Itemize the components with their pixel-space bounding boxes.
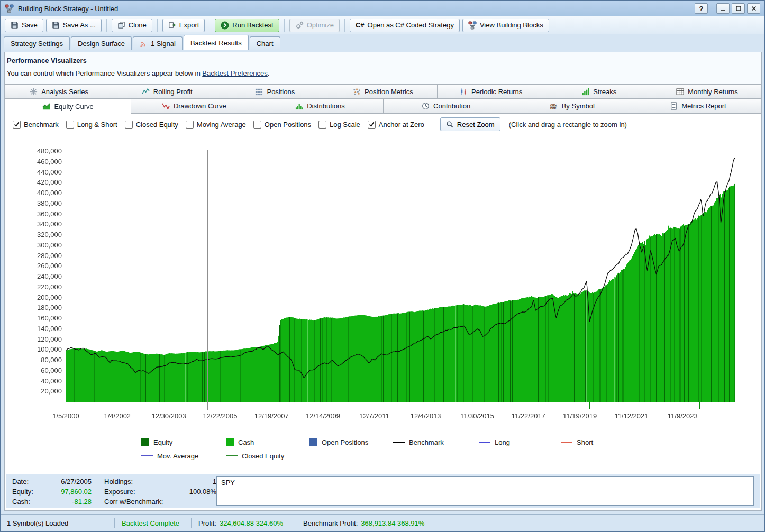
tab-drawdown-curve[interactable]: Drawdown Curve — [131, 98, 257, 114]
checkbox-benchmark[interactable]: Benchmark — [13, 121, 59, 129]
export-icon — [168, 21, 176, 29]
legend-open-positions: Open Positions — [309, 437, 368, 447]
svg-text:ABC: ABC — [550, 103, 557, 106]
equity-value: 97,860.02 — [41, 487, 92, 497]
x-axis-label: 12/19/2007 — [248, 412, 295, 420]
tab-monthly-returns[interactable]: Monthly Returns — [653, 84, 761, 99]
tab-metrics-report[interactable]: Metrics Report — [635, 98, 761, 114]
tab-backtest-results[interactable]: Backtest Results — [184, 35, 249, 50]
date-label: Date: — [12, 476, 41, 487]
y-axis-label: 80,000 — [3, 356, 62, 364]
tab-positions[interactable]: Positions — [221, 84, 329, 99]
tab-strategy-settings[interactable]: Strategy Settings — [4, 36, 70, 50]
close-button[interactable] — [747, 3, 760, 14]
optimize-button[interactable]: Optimize — [289, 19, 340, 32]
help-button[interactable]: ? — [695, 3, 708, 14]
equity-curve-canvas[interactable] — [1, 133, 765, 427]
by-symbol-icon: ABCDEF — [550, 102, 558, 110]
mov-average-line-swatch — [141, 455, 153, 456]
tab-signals[interactable]: 1 Signal — [133, 36, 183, 50]
chart-controls-bar: Benchmark Long & Short Closed Equity Mov… — [5, 115, 761, 134]
save-button[interactable]: Save — [5, 19, 43, 32]
long-line-swatch — [479, 442, 490, 443]
visualizer-tabs: Analysis Series Rolling Profit Positions… — [5, 84, 761, 114]
tab-analysis-series[interactable]: Analysis Series — [5, 84, 113, 99]
holdings-value: 1 — [168, 476, 216, 487]
clone-icon — [117, 21, 125, 29]
date-value: 6/27/2005 — [41, 476, 92, 487]
closed-equity-line-swatch — [226, 455, 238, 456]
x-axis-label: 12/30/2003 — [145, 412, 193, 420]
open-positions-swatch — [309, 438, 317, 446]
checkbox-moving-average[interactable]: Moving Average — [186, 121, 246, 129]
x-axis-label: 11/12/2021 — [607, 412, 655, 420]
short-line-swatch — [561, 442, 572, 443]
legend-closed-equity: Closed Equity — [226, 451, 284, 461]
x-axis-label: 1/4/2002 — [94, 412, 141, 420]
clone-button[interactable]: Clone — [112, 19, 152, 32]
toolbar-separator — [344, 19, 345, 32]
symbols-loaded-status: 1 Symbol(s) Loaded — [1, 515, 114, 531]
run-backtest-button[interactable]: Run Backtest — [215, 19, 279, 32]
y-axis-label: 100,000 — [3, 345, 62, 353]
backtest-preferences-link[interactable]: Backtest Preferences — [202, 69, 268, 77]
checkbox-checked-icon — [13, 121, 21, 129]
checkbox-closed-equity[interactable]: Closed Equity — [125, 121, 178, 129]
checkbox-open-positions[interactable]: Open Positions — [253, 121, 311, 129]
reset-zoom-button[interactable]: Reset Zoom — [440, 117, 500, 131]
page-title: Performance Visualizers — [7, 57, 269, 65]
contribution-icon — [422, 102, 430, 110]
checkbox-log-scale[interactable]: Log Scale — [318, 121, 360, 129]
x-axis-label: 12/14/2009 — [299, 412, 347, 420]
legend-cash: Cash — [226, 437, 254, 447]
position-metrics-icon — [353, 88, 361, 96]
y-axis-label: 460,000 — [3, 158, 62, 166]
y-axis-label: 40,000 — [3, 377, 62, 385]
toolbar-separator — [284, 19, 285, 32]
x-axis-label: 11/30/2015 — [453, 412, 501, 420]
checkbox-checked-icon — [368, 121, 376, 129]
save-as-button[interactable]: Save As ... — [46, 19, 102, 32]
panel-header: Performance Visualizers You can control … — [7, 57, 269, 77]
checkbox-long-short[interactable]: Long & Short — [66, 121, 117, 129]
positions-icon — [255, 88, 263, 96]
toolbar-separator — [106, 19, 107, 32]
view-building-blocks-button[interactable]: View Building Blocks — [462, 19, 549, 32]
legend-mov-average: Mov. Average — [141, 451, 198, 461]
backtest-status: Backtest Complete — [115, 515, 191, 531]
minimize-button[interactable] — [716, 3, 730, 14]
tab-equity-curve[interactable]: Equity Curve — [5, 98, 131, 114]
tab-rolling-profit[interactable]: Rolling Profit — [113, 84, 221, 99]
tab-periodic-returns[interactable]: Periodic Returns — [437, 84, 545, 99]
symbol-list-box[interactable]: SPY — [216, 476, 754, 506]
toolbar: Save Save As ... Clone Export Run Backte… — [1, 16, 764, 34]
exposure-value: 100.08% — [168, 487, 216, 497]
tab-design-surface[interactable]: Design Surface — [71, 36, 132, 50]
checkbox-unchecked-icon — [66, 121, 74, 129]
x-axis-label: 11/22/2017 — [505, 412, 552, 420]
tab-position-metrics[interactable]: Position Metrics — [329, 84, 437, 99]
legend-long: Long — [479, 437, 510, 447]
y-axis-label: 140,000 — [3, 325, 62, 333]
checkbox-unchecked-icon — [318, 121, 326, 129]
cash-label: Cash: — [12, 497, 41, 507]
drawdown-curve-icon — [162, 102, 170, 110]
tab-streaks[interactable]: Streaks — [545, 84, 653, 99]
maximize-button[interactable] — [732, 3, 745, 14]
checkbox-anchor-at-zero[interactable]: Anchor at Zero — [368, 121, 424, 129]
csharp-icon: C# — [356, 21, 365, 29]
cursor-info-grid: Date: 6/27/2005 Holdings: 1 Equity: 97,8… — [12, 476, 216, 507]
cash-swatch — [226, 438, 234, 446]
tab-by-symbol[interactable]: ABCDEF By Symbol — [509, 98, 635, 114]
tab-distributions[interactable]: Distributions — [257, 98, 383, 114]
tab-chart[interactable]: Chart — [250, 36, 280, 50]
y-axis-label: 220,000 — [3, 283, 62, 291]
tab-contribution[interactable]: Contribution — [383, 98, 509, 114]
y-axis-label: 120,000 — [3, 335, 62, 343]
y-axis-label: 480,000 — [3, 147, 62, 155]
panel-description: You can control which Performance Visual… — [7, 69, 269, 77]
y-axis-label: 200,000 — [3, 293, 62, 301]
export-button[interactable]: Export — [162, 19, 205, 32]
open-as-csharp-button[interactable]: C# Open as C# Coded Strategy — [350, 19, 460, 32]
x-axis-label: 12/7/2011 — [350, 412, 398, 420]
